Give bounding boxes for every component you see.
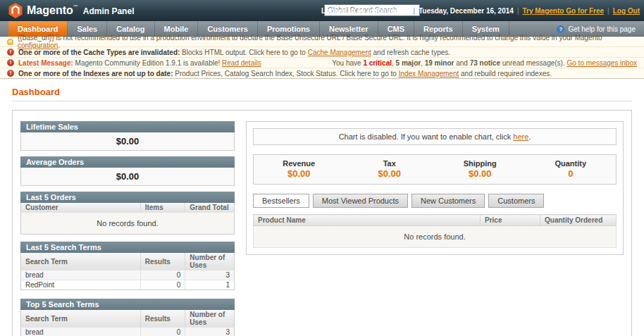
column-header: Search Term xyxy=(21,253,141,270)
card-title: Lifetime Sales xyxy=(20,121,235,132)
top-header: Magento™ Admin Panel Logged in as redpoi… xyxy=(0,0,644,21)
column-header: Results xyxy=(140,253,185,270)
search-term-cell: bread xyxy=(21,270,141,280)
last-5-orders-table: Customer Items Grand Total No records fo… xyxy=(20,203,235,235)
card-title: Average Orders xyxy=(20,156,235,168)
separator: | xyxy=(517,7,519,15)
notice-text: {{base_url}} is not recommended to use i… xyxy=(18,34,637,49)
magento-logo-icon xyxy=(8,3,23,18)
lifetime-sales-value: $0.00 xyxy=(20,132,235,151)
error-icon xyxy=(7,49,14,56)
column-header: Grand Total xyxy=(185,203,235,213)
messages-inbox-link[interactable]: Go to messages inbox xyxy=(567,59,638,67)
enable-chart-link[interactable]: here xyxy=(513,132,528,141)
no-records-text: No records found. xyxy=(21,213,235,235)
top-5-search-terms-table: Search Term Results Number of Uses bread… xyxy=(20,310,235,336)
results-cell: 0 xyxy=(140,328,185,336)
try-magento-go-link[interactable]: Try Magento Go for Free xyxy=(522,7,604,15)
chart-disabled-notice: Chart is disabled. If you want to enable… xyxy=(253,128,617,145)
dashboard-right-column: Chart is disabled. If you want to enable… xyxy=(246,121,624,255)
revenue-stat: Revenue $0.00 xyxy=(254,159,345,179)
average-orders-value: $0.00 xyxy=(20,168,235,186)
bestsellers-table: Product Name Price Quantity Ordered No r… xyxy=(253,214,617,248)
notice-text: One or more of the Indexes are not up to… xyxy=(18,70,552,77)
current-date: Tuesday, December 16, 2014 xyxy=(419,7,514,15)
unread-messages-summary: You have 1 critical, 5 major, 19 minor a… xyxy=(332,59,637,67)
stat-label: Tax xyxy=(345,159,435,168)
stat-label: Quantity xyxy=(526,159,617,168)
index-management-link[interactable]: Index Management xyxy=(399,70,459,77)
logout-link[interactable]: Log Out xyxy=(613,7,640,15)
column-header: Product Name xyxy=(254,215,481,226)
notification-area: {{base_url}} is not recommended to use i… xyxy=(0,37,644,79)
table-row[interactable]: RedPoint 0 1 xyxy=(21,280,235,290)
dashboard-tabs: Bestsellers Most Viewed Products New Cus… xyxy=(253,194,617,208)
separator: | xyxy=(607,7,609,15)
separator: | xyxy=(414,7,416,15)
app-title: Admin Panel xyxy=(83,5,135,16)
notice-count: 73 notice xyxy=(470,59,500,67)
empty-row: No records found. xyxy=(254,226,617,248)
uses-cell: 3 xyxy=(185,270,235,280)
column-header: Results xyxy=(140,310,185,328)
column-header: Items xyxy=(140,203,185,213)
uses-cell: 1 xyxy=(185,280,235,290)
search-term-cell: bread xyxy=(21,328,141,336)
logged-in-text: Logged in as redpointuser xyxy=(321,7,410,15)
help-icon xyxy=(557,25,564,33)
title-divider xyxy=(12,101,632,101)
quantity-value: 0 xyxy=(526,168,617,179)
notice-latest-message: Latest Message: Magento Community Editio… xyxy=(0,58,644,68)
table-row[interactable]: bread 0 3 xyxy=(21,270,235,280)
card-title: Top 5 Search Terms xyxy=(20,299,235,310)
read-details-link[interactable]: Read details xyxy=(222,59,261,67)
top-5-search-terms-card: Top 5 Search Terms Search Term Results N… xyxy=(20,299,235,336)
shipping-stat: Shipping $0.00 xyxy=(435,159,526,179)
lifetime-sales-card: Lifetime Sales $0.00 xyxy=(20,121,235,151)
last-5-search-terms-card: Last 5 Search Terms Search Term Results … xyxy=(20,242,235,290)
magento-logo: Magento™ Admin Panel xyxy=(8,3,134,18)
error-icon xyxy=(7,59,14,66)
totals-bar: Revenue $0.00 Tax $0.00 Shipping $0.00 Q… xyxy=(253,154,617,185)
page-title: Dashboard xyxy=(12,87,632,97)
search-term-cell: RedPoint xyxy=(21,280,141,290)
notice-text: One or more of the Cache Types are inval… xyxy=(18,49,450,56)
logo-wordmark: Magento™ xyxy=(27,4,78,17)
column-header: Quantity Ordered xyxy=(540,215,617,226)
bulb-icon xyxy=(7,39,13,45)
major-count: 5 major xyxy=(396,59,421,67)
notice-base-url: {{base_url}} is not recommended to use i… xyxy=(0,37,644,47)
no-records-text: No records found. xyxy=(254,226,617,248)
tax-stat: Tax $0.00 xyxy=(345,159,435,179)
card-title: Last 5 Orders xyxy=(20,192,235,203)
results-cell: 0 xyxy=(140,270,185,280)
dashboard-left-column: Lifetime Sales $0.00 Average Orders $0.0… xyxy=(20,121,235,336)
critical-count: 1 critical xyxy=(363,59,392,67)
empty-row: No records found. xyxy=(21,213,235,235)
tab-customers[interactable]: Customers xyxy=(488,194,544,208)
average-orders-card: Average Orders $0.00 xyxy=(20,156,235,186)
dashboard-panel: Lifetime Sales $0.00 Average Orders $0.0… xyxy=(12,110,632,336)
column-header: Number of Uses xyxy=(185,310,235,328)
tax-value: $0.00 xyxy=(345,168,435,179)
header-meta: Logged in as redpointuser | Tuesday, Dec… xyxy=(321,0,640,21)
stat-label: Shipping xyxy=(435,159,526,168)
quantity-stat: Quantity 0 xyxy=(526,159,617,179)
tab-most-viewed-products[interactable]: Most Viewed Products xyxy=(313,194,408,208)
uses-cell: 3 xyxy=(185,328,235,336)
notice-text: Latest Message: Magento Community Editio… xyxy=(18,59,261,67)
table-row[interactable]: bread 0 3 xyxy=(21,328,235,336)
cache-management-link[interactable]: Cache Management xyxy=(308,49,371,56)
column-header: Price xyxy=(481,215,540,226)
error-icon xyxy=(7,70,14,77)
column-header: Search Term xyxy=(21,310,141,328)
shipping-value: $0.00 xyxy=(435,168,526,179)
results-cell: 0 xyxy=(140,280,185,290)
tab-bestsellers[interactable]: Bestsellers xyxy=(253,194,309,208)
card-title: Last 5 Search Terms xyxy=(20,242,235,253)
tab-new-customers[interactable]: New Customers xyxy=(411,194,485,208)
last-5-orders-card: Last 5 Orders Customer Items Grand Total… xyxy=(20,192,235,235)
get-help-label: Get help for this page xyxy=(568,25,636,33)
column-header: Number of Uses xyxy=(185,253,235,270)
notice-indexes-outdated: One or more of the Indexes are not up to… xyxy=(0,68,644,79)
